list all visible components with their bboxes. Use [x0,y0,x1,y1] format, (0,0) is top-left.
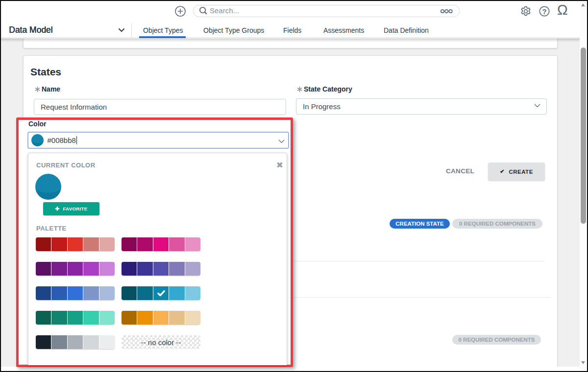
svg-text:?: ? [542,7,546,16]
